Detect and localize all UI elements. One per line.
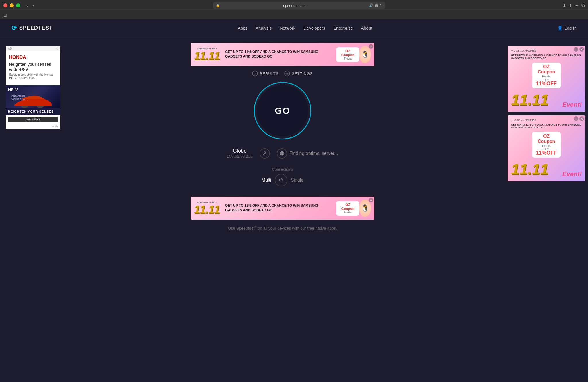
honda-logo: HONDA — [9, 55, 57, 60]
isp-info: Globe 158.62.33.216 — [227, 148, 253, 159]
finding-server-text: Finding optimal server... — [289, 151, 338, 156]
nav-developers[interactable]: Developers — [303, 26, 325, 30]
right-oz-1: OZ Coupon — [535, 64, 557, 75]
ad-close-icon[interactable]: ✕ — [56, 47, 58, 50]
speedtest-logo-icon: ⟳ — [11, 24, 17, 32]
right-ad-2-header: i ✕ — [574, 116, 584, 121]
connections-label: Connections — [262, 167, 303, 171]
banner-coupon-label: OZ Coupon — [339, 49, 356, 57]
left-ad: AD ✕ HONDA Heighten your senses with HR-… — [6, 46, 60, 129]
right-ad-1-content: ✈ASIANA AIRLINES GET UP TO 11% OFF AND A… — [508, 46, 585, 112]
banner-11-text: 11.11 — [194, 50, 220, 62]
bottom-banner-coupon: OZ Coupon Fiesta — [336, 201, 359, 216]
banner-airline-text: ASIANA AIRLINES — [197, 47, 217, 50]
right-ad-2-airline: ✈ASIANA AIRLINES — [511, 119, 582, 122]
ad-info-icon-2[interactable]: i — [574, 116, 578, 121]
nav-about[interactable]: About — [361, 26, 372, 30]
results-icon: ✓ — [252, 71, 258, 76]
connections-toggle: Multi Single — [262, 174, 303, 186]
right-oz-2: OZ Coupon — [535, 134, 557, 144]
nav-enterprise[interactable]: Enterprise — [333, 26, 353, 30]
ad-car-image: HR-V HEIGHTEN YOUR SENSES — [6, 85, 60, 108]
results-label: RESULTS — [260, 71, 278, 76]
right-event-1: Event! — [562, 101, 582, 108]
bottom-banner-ad: ASIANA AIRLINES 11.11 GET UP TO 11% OFF … — [191, 197, 374, 220]
right-ad-1: i ✕ ✈ASIANA AIRLINES GET UP TO 11% OFF A… — [508, 46, 585, 112]
sidebar-right: i ✕ ✈ASIANA AIRLINES GET UP TO 11% OFF A… — [508, 43, 588, 236]
go-button-container[interactable]: GO — [254, 82, 311, 139]
ad-headline: Heighten your senses with HR-V — [9, 62, 57, 72]
nav-links: Apps Analysis Network Developers Enterpr… — [238, 26, 372, 30]
share-icon[interactable]: ⬆ — [568, 3, 572, 8]
right-ad-1-header: i ✕ — [574, 47, 584, 52]
right-ad-coupon-2: OZ Coupon Fiesta up to 11%OFF — [532, 132, 561, 158]
right-ad-1-airline: ✈ASIANA AIRLINES — [511, 49, 582, 52]
nav-network[interactable]: Network — [280, 26, 295, 30]
ad-close-icon-1[interactable]: ✕ — [579, 47, 584, 52]
bottom-banner-main: GET UP TO 11% OFF AND A CHANCE TO WIN SA… — [225, 204, 333, 213]
nav-apps[interactable]: Apps — [238, 26, 247, 30]
connections-section: Connections Multi Single — [262, 167, 303, 186]
reader-icon[interactable]: ⊞ — [375, 3, 378, 7]
tabs-icon[interactable]: ⧉ — [581, 3, 585, 8]
ad-left-header: AD ✕ — [6, 46, 60, 51]
main-layout: AD ✕ HONDA Heighten your senses with HR-… — [0, 37, 588, 242]
download-icon[interactable]: ⬇ — [562, 3, 566, 8]
bottom-banner-close[interactable]: ✕ — [369, 198, 373, 202]
right-11-1: 11.11 — [511, 91, 548, 108]
controls-bar: ✓ RESULTS ⚙ SETTINGS — [252, 71, 313, 76]
bottom-banner-11-container: ASIANA AIRLINES 11.11 — [194, 201, 220, 216]
user-icon: 👤 — [557, 26, 563, 31]
navigation-arrows: ‹ › — [25, 2, 36, 9]
ad-subtext: Safety meets style with the Honda HR-V. … — [9, 73, 57, 79]
footer-main: Use Speedtest® on all your devices with … — [228, 226, 337, 231]
nav-analysis[interactable]: Analysis — [256, 26, 272, 30]
center-content: ASIANA AIRLINES 11.11 GET UP TO 11% OFF … — [63, 43, 502, 236]
results-button[interactable]: ✓ RESULTS — [252, 71, 278, 76]
banner-close-button[interactable]: ✕ — [369, 44, 373, 49]
right-event-2: Event! — [562, 170, 582, 178]
settings-button[interactable]: ⚙ SETTINGS — [284, 71, 313, 76]
sidebar-left: AD ✕ HONDA Heighten your senses with HR-… — [0, 43, 57, 236]
new-tab-icon[interactable]: ＋ — [575, 3, 579, 9]
multi-connection-option[interactable]: Multi — [262, 178, 271, 183]
right-ad-1-text: GET UP TO 11% OFF AND A CHANCE TO WIN SA… — [511, 54, 582, 60]
browser-tools: ⬇ ⬆ ＋ ⧉ — [562, 3, 585, 9]
banner-11-container: ASIANA AIRLINES 11.11 — [194, 47, 220, 62]
right-percent-1: 11%OFF — [535, 81, 557, 87]
right-11-2: 11.11 — [511, 161, 548, 178]
logo-text: SPEEDTEST — [19, 25, 53, 31]
ad-learn-more-button[interactable]: Learn More — [8, 117, 58, 122]
banner-coupon-sub: Fiesta — [339, 57, 356, 60]
settings-label: SETTINGS — [292, 71, 313, 76]
right-up-to-1: up to — [535, 78, 557, 81]
right-fiesta-1: Fiesta — [535, 75, 557, 78]
back-button[interactable]: ‹ — [25, 2, 30, 9]
forward-button[interactable]: › — [31, 2, 36, 9]
right-ad-2-text: GET UP TO 11% OFF AND A CHANCE TO WIN SA… — [511, 123, 582, 129]
banner-main-title: GET UP TO 11% OFF AND A CHANCE TO WIN SA… — [225, 50, 333, 59]
ad-info-icon-1[interactable]: i — [574, 47, 578, 52]
banner-mascot: 🐧 — [359, 46, 371, 63]
url-input[interactable] — [222, 3, 367, 8]
right-ad-2-content: ✈ASIANA AIRLINES GET UP TO 11% OFF AND A… — [508, 115, 585, 181]
go-button[interactable]: GO — [260, 88, 305, 134]
address-bar[interactable]: 🔒 🔊 ⊞ ↻ — [213, 2, 385, 9]
site-logo[interactable]: ⟳ SPEEDTEST — [11, 24, 53, 32]
ad-label: AD — [8, 47, 12, 50]
close-button[interactable] — [3, 3, 7, 7]
ad-close-icon-2[interactable]: ✕ — [579, 116, 584, 121]
refresh-icon[interactable]: ↻ — [380, 3, 382, 7]
grid-icon[interactable]: ⊞ — [3, 13, 7, 17]
top-banner-ad: ASIANA AIRLINES 11.11 GET UP TO 11% OFF … — [191, 43, 374, 66]
single-connection-option[interactable]: Single — [291, 178, 303, 183]
isp-name: Globe — [227, 148, 253, 154]
login-button[interactable]: 👤 Log In — [557, 26, 577, 31]
connection-switch[interactable] — [275, 174, 287, 186]
audio-icon[interactable]: 🔊 — [369, 3, 373, 7]
server-info: Globe 158.62.33.216 — [227, 148, 338, 159]
minimize-button[interactable] — [10, 3, 14, 7]
globe-icon-button[interactable] — [277, 148, 287, 159]
maximize-button[interactable] — [16, 3, 20, 7]
user-icon-button[interactable] — [260, 148, 270, 159]
